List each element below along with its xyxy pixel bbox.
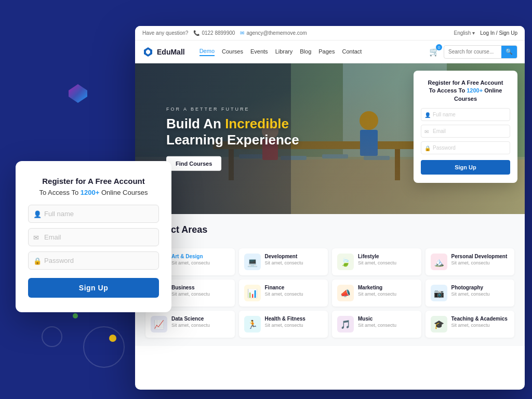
hero-lock-icon: 🔒 bbox=[424, 145, 431, 151]
site-logo: EduMall bbox=[142, 46, 185, 58]
photography-name: Photography bbox=[451, 285, 490, 290]
health-info: Health & Fitness Sit amet, consectu bbox=[265, 316, 305, 328]
floating-fullname-input[interactable] bbox=[28, 205, 159, 223]
finance-name: Finance bbox=[265, 285, 303, 290]
business-desc: Sit amet, consectu bbox=[171, 291, 210, 297]
browser-window: Have any question? 📞 0122 8899900 ✉ agen… bbox=[135, 26, 525, 390]
phone-icon: 📞 bbox=[193, 30, 200, 36]
teaching-desc: Sit amet, consectu bbox=[451, 323, 508, 328]
music-name: Music bbox=[358, 316, 396, 322]
have-any-question: Have any question? bbox=[142, 30, 188, 36]
hero-envelope-icon: ✉ bbox=[424, 128, 429, 134]
hero-user-icon: 👤 bbox=[424, 112, 431, 117]
search-input[interactable] bbox=[444, 49, 501, 55]
hero-section: FOR A BETTER FUTURE Build An Incredible … bbox=[135, 63, 525, 214]
subject-areas-title: Subject Areas bbox=[145, 224, 514, 235]
hero-signup-button[interactable]: Sign Up bbox=[421, 160, 510, 175]
floating-signup-button[interactable]: Sign Up bbox=[28, 278, 159, 298]
finance-info: Finance Sit amet, consectu bbox=[265, 285, 303, 297]
art-info: Art & Design Sit amet, consectu bbox=[171, 254, 210, 265]
marketing-icon: 📣 bbox=[337, 285, 354, 301]
floating-password-input[interactable] bbox=[28, 251, 159, 270]
health-icon: 🏃 bbox=[244, 316, 261, 332]
subject-card-marketing[interactable]: 📣 Marketing Sit amet, consectu bbox=[332, 280, 421, 307]
subject-card-teaching[interactable]: 🎓 Teaching & Academics Sit amet, consect… bbox=[425, 311, 515, 338]
cart-icon[interactable]: 🛒 0 bbox=[429, 47, 440, 57]
music-info: Music Sit amet, consectu bbox=[358, 316, 396, 328]
subject-card-lifestyle[interactable]: 🍃 Lifestyle Sit amet, consectu bbox=[332, 248, 421, 275]
floating-password-wrap: 🔒 bbox=[28, 251, 159, 270]
email-icon: ✉ bbox=[240, 30, 244, 36]
dev-name: Development bbox=[265, 254, 303, 259]
datascience-name: Data Science bbox=[171, 316, 210, 322]
subject-card-health[interactable]: 🏃 Health & Fitness Sit amet, consectu bbox=[239, 311, 328, 338]
find-courses-button[interactable]: Find Courses bbox=[166, 156, 221, 171]
nav-courses[interactable]: Courses bbox=[222, 48, 243, 56]
marketing-name: Marketing bbox=[358, 285, 396, 290]
bg-dot-yellow bbox=[109, 335, 116, 342]
subject-card-finance[interactable]: 📊 Finance Sit amet, consectu bbox=[239, 280, 328, 307]
personal-icon: 🏔️ bbox=[431, 254, 447, 270]
bg-circle-2 bbox=[42, 326, 62, 347]
photography-icon: 📷 bbox=[431, 285, 447, 301]
subject-card-music[interactable]: 🎵 Music Sit amet, consectu bbox=[332, 311, 421, 338]
nav-blog[interactable]: Blog bbox=[300, 48, 311, 56]
hero-password-wrap: 🔒 bbox=[421, 141, 510, 154]
health-desc: Sit amet, consectu bbox=[265, 323, 305, 328]
subject-card-personal[interactable]: 🏔️ Personal Development Sit amet, consec… bbox=[425, 248, 515, 275]
photography-info: Photography Sit amet, consectu bbox=[451, 285, 490, 297]
bg-dot-green bbox=[73, 313, 78, 318]
language-selector[interactable]: English ▾ bbox=[454, 30, 475, 36]
svg-marker-0 bbox=[69, 84, 87, 103]
floating-register-card: Register for A Free Account To Access To… bbox=[16, 161, 171, 312]
hero-email-input[interactable] bbox=[421, 125, 510, 138]
hero-password-input[interactable] bbox=[421, 141, 510, 154]
lifestyle-icon: 🍃 bbox=[337, 254, 354, 270]
teaching-name: Teaching & Academics bbox=[451, 316, 508, 322]
bg-gem-decoration bbox=[68, 83, 88, 104]
search-button[interactable]: 🔍 bbox=[501, 46, 517, 58]
art-desc: Sit amet, consectu bbox=[171, 260, 210, 265]
lifestyle-desc: Sit amet, consectu bbox=[358, 260, 396, 265]
business-name: Business bbox=[171, 285, 210, 290]
teaching-icon: 🎓 bbox=[431, 316, 447, 332]
music-icon: 🎵 bbox=[337, 316, 354, 332]
login-link[interactable]: Log In / Sign Up bbox=[480, 30, 517, 36]
topbar-right: English ▾ Log In / Sign Up bbox=[454, 30, 517, 36]
subject-card-photography[interactable]: 📷 Photography Sit amet, consectu bbox=[425, 280, 515, 307]
nav-events[interactable]: Events bbox=[250, 48, 268, 56]
business-info: Business Sit amet, consectu bbox=[171, 285, 210, 297]
nav-contact[interactable]: Contact bbox=[342, 48, 362, 56]
lifestyle-info: Lifestyle Sit amet, consectu bbox=[358, 254, 396, 265]
datascience-desc: Sit amet, consectu bbox=[171, 323, 210, 328]
finance-icon: 📊 bbox=[244, 285, 261, 301]
user-icon: 👤 bbox=[33, 210, 42, 218]
marketing-desc: Sit amet, consectu bbox=[358, 291, 396, 297]
hero-fullname-input[interactable] bbox=[421, 108, 510, 121]
hero-register-card: Register for A Free Account To Access To… bbox=[414, 71, 517, 183]
subject-card-datascience[interactable]: 📈 Data Science Sit amet, consectu bbox=[145, 311, 235, 338]
subject-card-dev[interactable]: 💻 Development Sit amet, consectu bbox=[239, 248, 328, 275]
art-name: Art & Design bbox=[171, 254, 210, 259]
dev-info: Development Sit amet, consectu bbox=[265, 254, 303, 265]
hero-title: Build An Incredible Learning Experience bbox=[166, 116, 299, 148]
hero-card-title: Register for A Free Account To Access To… bbox=[421, 79, 510, 103]
lock-icon: 🔒 bbox=[33, 257, 42, 264]
floating-email-input[interactable] bbox=[28, 228, 159, 246]
phone-info: 📞 0122 8899900 bbox=[193, 30, 235, 36]
datascience-info: Data Science Sit amet, consectu bbox=[171, 316, 210, 328]
topbar: Have any question? 📞 0122 8899900 ✉ agen… bbox=[135, 26, 525, 41]
photography-desc: Sit amet, consectu bbox=[451, 291, 490, 297]
cart-badge: 0 bbox=[436, 44, 442, 50]
nav-library[interactable]: Library bbox=[275, 48, 293, 56]
floating-card-subtitle: To Access To 1200+ Online Courses bbox=[28, 189, 159, 196]
nav-pages[interactable]: Pages bbox=[318, 48, 335, 56]
nav-demo[interactable]: Demo bbox=[200, 48, 215, 56]
subject-grid: 🎨 Art & Design Sit amet, consectu 💻 Deve… bbox=[145, 248, 514, 338]
personal-desc: Sit amet, consectu bbox=[451, 260, 508, 265]
floating-email-wrap: ✉ bbox=[28, 228, 159, 246]
teaching-info: Teaching & Academics Sit amet, consectu bbox=[451, 316, 508, 328]
hero-email-wrap: ✉ bbox=[421, 125, 510, 138]
bg-circle-1 bbox=[83, 326, 125, 368]
marketing-info: Marketing Sit amet, consectu bbox=[358, 285, 396, 297]
